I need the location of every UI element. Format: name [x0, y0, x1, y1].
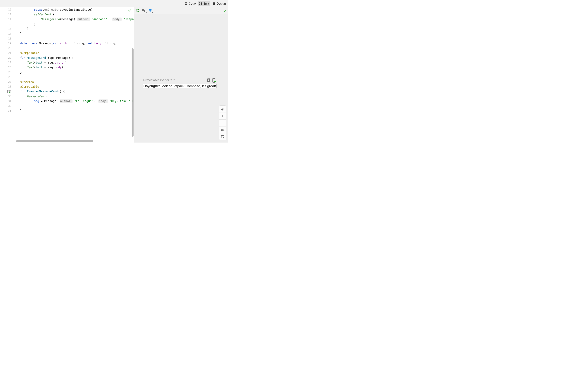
- gutter-line-number: 20: [0, 46, 13, 50]
- svg-rect-16: [144, 10, 145, 12]
- split-view-button[interactable]: Split: [198, 1, 210, 6]
- svg-marker-25: [215, 81, 216, 82]
- code-line[interactable]: super.onCreate(savedInstanceState): [13, 7, 134, 12]
- zoom-out-button[interactable]: −: [219, 119, 226, 126]
- interactive-preview-icon[interactable]: [207, 78, 210, 83]
- gutter-line-number: 13: [0, 12, 13, 17]
- code-line[interactable]: MessageCard(: [13, 94, 134, 99]
- svg-rect-15: [142, 9, 144, 11]
- code-line[interactable]: MessageCard(Message( author: "Android", …: [13, 17, 134, 22]
- gutter-line-number: 24: [0, 65, 13, 70]
- editor-horizontal-scrollbar[interactable]: [13, 140, 131, 142]
- code-line[interactable]: Text(text = msg.author): [13, 60, 134, 65]
- gutter-line-number: 18: [0, 36, 13, 41]
- code-editor-pane[interactable]: 1213141516171819202122232425262728293031…: [0, 7, 134, 142]
- preview-toolbar: [134, 7, 228, 14]
- gutter-line-number: 25: [0, 70, 13, 75]
- code-line[interactable]: [13, 46, 134, 50]
- code-line[interactable]: ): [13, 104, 134, 108]
- code-line[interactable]: setContent {: [13, 12, 134, 17]
- code-line[interactable]: @Composable: [13, 51, 134, 55]
- code-line[interactable]: fun PreviewMessageCard() {: [13, 89, 134, 94]
- code-line[interactable]: Text(text = msg.body): [13, 65, 134, 70]
- refresh-icon[interactable]: [136, 8, 140, 13]
- code-line[interactable]: @Composable: [13, 84, 134, 89]
- orientation-icon[interactable]: [142, 8, 146, 13]
- gutter-line-number: 23: [0, 60, 13, 65]
- svg-marker-17: [146, 12, 147, 13]
- code-line[interactable]: }: [13, 26, 134, 31]
- svg-marker-20: [152, 12, 153, 13]
- gutter-line-number: 33: [0, 108, 13, 113]
- gutter-line-number: 31: [0, 99, 13, 103]
- pan-tool-button[interactable]: [219, 106, 226, 113]
- gutter-line-number: 17: [0, 31, 13, 36]
- code-line[interactable]: [13, 36, 134, 41]
- run-preview-gutter-icon[interactable]: [7, 90, 11, 93]
- zoom-one-to-one-button[interactable]: 1:1: [219, 126, 226, 133]
- design-view-button[interactable]: Design: [211, 1, 227, 6]
- inspection-ok-icon[interactable]: [128, 8, 132, 13]
- gutter-line-number: 22: [0, 55, 13, 60]
- code-view-label: Code: [189, 2, 196, 5]
- gutter-line-number: 32: [0, 104, 13, 108]
- zoom-panel: + − 1:1: [219, 106, 226, 140]
- gutter-line-number: 26: [0, 75, 13, 79]
- code-line[interactable]: }: [13, 22, 134, 26]
- svg-marker-19: [148, 10, 152, 12]
- gutter-line-number: 30: [0, 94, 13, 99]
- editor-vertical-scrollbar[interactable]: [131, 7, 134, 142]
- gutter-line-number: 16: [0, 26, 13, 31]
- layers-icon[interactable]: [148, 8, 152, 13]
- design-view-label: Design: [216, 2, 226, 5]
- code-line[interactable]: }: [13, 108, 134, 113]
- code-line[interactable]: @Preview: [13, 79, 134, 84]
- design-image-icon: [212, 2, 216, 5]
- code-line[interactable]: data class Message(val author: String, v…: [13, 41, 134, 46]
- view-mode-toolbar: Code Split Design: [0, 0, 228, 7]
- code-line[interactable]: }: [13, 31, 134, 36]
- split-icon: [199, 2, 202, 5]
- gutter-line-number: 27: [0, 79, 13, 84]
- gutter-line-number: 15: [0, 22, 13, 26]
- preview-pane: PreviewMessageCard Hey, take a look at J…: [134, 7, 228, 142]
- code-line[interactable]: }: [13, 70, 134, 75]
- preview-author-text: Colleague: [143, 84, 159, 88]
- preview-status-ok-icon[interactable]: [223, 9, 227, 13]
- gutter: 1213141516171819202122232425262728293031…: [0, 7, 13, 142]
- zoom-fit-button[interactable]: [219, 133, 226, 140]
- editor-vertical-scrollbar-thumb[interactable]: [132, 48, 134, 137]
- gutter-line-number: 14: [0, 17, 13, 22]
- gutter-line-number: 29: [0, 89, 13, 94]
- preview-title: PreviewMessageCard: [143, 78, 175, 82]
- code-line[interactable]: msg = Message( author: "Colleague", body…: [13, 99, 134, 103]
- svg-rect-27: [223, 137, 224, 138]
- code-line[interactable]: fun MessageCard(msg: Message) {: [13, 55, 134, 60]
- code-lines-icon: [184, 2, 188, 5]
- zoom-in-button[interactable]: +: [219, 113, 226, 119]
- gutter-line-number: 21: [0, 51, 13, 55]
- editor-horizontal-scrollbar-thumb[interactable]: [16, 140, 93, 142]
- split-view-label: Split: [203, 2, 209, 5]
- svg-marker-12: [9, 92, 10, 93]
- svg-rect-8: [201, 2, 202, 5]
- gutter-line-number: 19: [0, 41, 13, 46]
- gutter-line-number: 28: [0, 84, 13, 89]
- preview-render: Hey, take a look at Jetpack Compose, it'…: [143, 84, 216, 88]
- code-area[interactable]: super.onCreate(savedInstanceState) setCo…: [13, 7, 134, 113]
- gutter-line-number: 12: [0, 7, 13, 12]
- code-view-button[interactable]: Code: [183, 1, 197, 6]
- preview-canvas[interactable]: PreviewMessageCard Hey, take a look at J…: [134, 14, 228, 142]
- svg-point-23: [208, 80, 209, 80]
- code-line[interactable]: [13, 75, 134, 79]
- deploy-preview-icon[interactable]: [212, 78, 216, 83]
